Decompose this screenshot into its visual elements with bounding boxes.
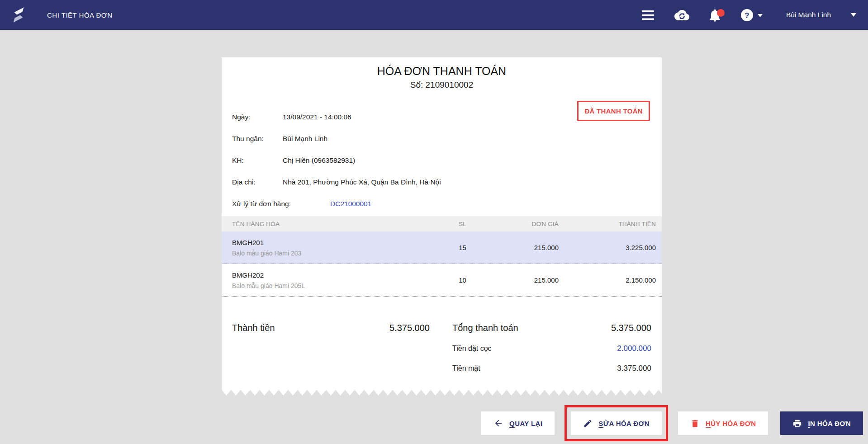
source-order-link[interactable]: DC21000001 [330, 200, 371, 208]
item-name: Balo mẫu giáo Hami 203 [232, 250, 441, 257]
cloud-sync-icon[interactable] [673, 9, 690, 21]
button-label: QUAY LẠI [509, 420, 542, 427]
table-row[interactable]: BMGH202 Balo mẫu giáo Hami 205L 10 215.0… [222, 264, 662, 297]
item-cell: BMGH201 Balo mẫu giáo Hami 203 [232, 239, 441, 257]
subtotal-label: Thành tiền [232, 323, 275, 384]
receipt-torn-edge [222, 390, 662, 396]
button-label: SỬA HÓA ĐƠN [598, 420, 650, 427]
top-navbar: CHI TIẾT HÓA ĐƠN [0, 0, 868, 30]
payment-summary: Tổng thanh toán 5.375.000 Tiền đặt cọc 2… [452, 323, 651, 384]
col-header-name: TÊN HÀNG HÓA [232, 221, 441, 227]
meta-label: Xử lý từ đơn hàng: [232, 200, 330, 208]
deposit-value: 2.000.000 [617, 344, 651, 353]
cash-row: Tiền mặt 3.375.000 [452, 364, 651, 373]
item-code: BMGH201 [232, 239, 441, 246]
back-button[interactable]: QUAY LẠI [481, 411, 555, 435]
notifications-icon[interactable] [709, 8, 721, 22]
navbar-left: CHI TIẾT HÓA ĐƠN [0, 6, 113, 24]
deposit-label: Tiền đặt cọc [452, 345, 492, 353]
invoice-meta: Ngày: 13/09/2021 - 14:00:06 Thu ngân: Bù… [222, 106, 662, 215]
trash-icon [690, 419, 700, 428]
item-qty: 10 [441, 276, 484, 284]
totals-section: Thành tiền 5.375.000 Tổng thanh toán 5.3… [222, 323, 662, 384]
pencil-icon [583, 419, 593, 428]
edit-invoice-button[interactable]: SỬA HÓA ĐƠN [571, 411, 662, 435]
svg-text:?: ? [745, 11, 749, 19]
invoice-card: HÓA ĐƠN THANH TOÁN Số: 2109010002 ĐÃ THA… [222, 57, 662, 390]
item-total: 2.150.000 [559, 276, 656, 284]
meta-row-address: Địa chỉ: Nhà 201, Phường Phúc Xá, Quận B… [232, 171, 662, 193]
print-invoice-button[interactable]: IN HÓA ĐƠN [780, 411, 863, 435]
meta-row-cashier: Thu ngân: Bùi Mạnh Linh [232, 128, 662, 150]
invoice-number: Số: 2109010002 [222, 80, 662, 90]
item-total: 3.225.000 [559, 244, 656, 251]
action-bar: QUAY LẠI SỬA HÓA ĐƠN HỦY HÓA ĐƠN IN HÓA … [469, 411, 863, 435]
item-code: BMGH202 [232, 271, 441, 279]
col-header-price: ĐƠN GIÁ [484, 221, 559, 227]
deposit-row: Tiền đặt cọc 2.000.000 [452, 344, 651, 353]
void-invoice-button[interactable]: HỦY HÓA ĐƠN [678, 411, 768, 435]
grand-total-label: Tổng thanh toán [452, 323, 518, 333]
subtotal-value: 5.375.000 [389, 323, 430, 384]
invoice-panel: HÓA ĐƠN THANH TOÁN Số: 2109010002 ĐÃ THA… [222, 57, 662, 396]
item-price: 215.000 [484, 244, 559, 251]
item-price: 215.000 [484, 276, 559, 284]
arrow-left-icon [493, 418, 503, 428]
meta-label: Thu ngân: [232, 135, 283, 143]
col-header-qty: SL [441, 221, 484, 227]
meta-value: Bùi Mạnh Linh [283, 135, 327, 143]
notification-badge [717, 9, 725, 17]
meta-value: Nhà 201, Phường Phúc Xá, Quận Ba Đình, H… [283, 178, 441, 186]
navbar-right: ? Bùi Mạnh Linh [623, 8, 868, 22]
button-label: IN HÓA ĐƠN [808, 420, 851, 427]
cash-label: Tiền mặt [452, 364, 480, 373]
grand-total-row: Tổng thanh toán 5.375.000 [452, 323, 651, 333]
meta-row-customer: KH: Chị Hiền (0963582931) [232, 150, 662, 171]
item-cell: BMGH202 Balo mẫu giáo Hami 205L [232, 271, 441, 289]
printer-icon [792, 419, 802, 428]
col-header-total: THÀNH TIỀN [559, 221, 656, 227]
item-qty: 15 [441, 244, 484, 251]
app-logo-icon[interactable] [10, 6, 27, 24]
invoice-title: HÓA ĐƠN THANH TOÁN [222, 65, 662, 78]
meta-label: Ngày: [232, 113, 283, 121]
menu-icon[interactable] [642, 10, 654, 20]
user-menu[interactable]: Bùi Mạnh Linh [786, 11, 831, 19]
cash-value: 3.375.000 [617, 364, 651, 373]
meta-value: 13/09/2021 - 14:00:06 [283, 113, 351, 121]
item-name: Balo mẫu giáo Hami 205L [232, 282, 441, 289]
user-chevron-down-icon[interactable] [851, 13, 856, 17]
page-title: CHI TIẾT HÓA ĐƠN [47, 11, 113, 19]
table-row[interactable]: BMGH201 Balo mẫu giáo Hami 203 15 215.00… [222, 231, 662, 264]
help-icon[interactable]: ? [740, 8, 763, 22]
items-table-header: TÊN HÀNG HÓA SL ĐƠN GIÁ THÀNH TIỀN [222, 216, 662, 231]
paid-stamp: ĐÃ THANH TOÁN [577, 101, 650, 121]
grand-total-value: 5.375.000 [611, 323, 651, 333]
meta-row-source-order: Xử lý từ đơn hàng: DC21000001 [232, 193, 662, 215]
meta-value: Chị Hiền (0963582931) [283, 156, 355, 165]
meta-label: KH: [232, 156, 283, 165]
help-chevron-down-icon [758, 11, 763, 19]
meta-label: Địa chỉ: [232, 178, 283, 186]
button-label: HỦY HÓA ĐƠN [706, 420, 756, 427]
subtotal-row: Thành tiền 5.375.000 [232, 323, 430, 384]
